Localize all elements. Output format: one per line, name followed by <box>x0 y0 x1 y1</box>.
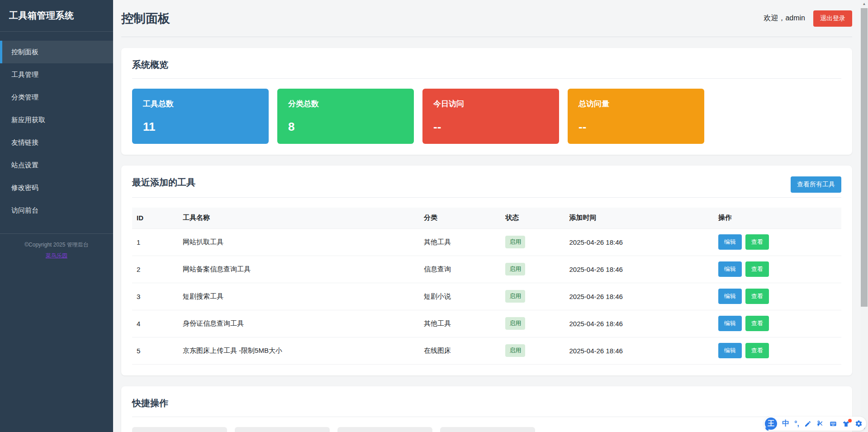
status-badge: 启用 <box>505 317 525 330</box>
cell-actions: 编辑查看 <box>714 283 841 310</box>
cell-category: 其他工具 <box>419 310 501 337</box>
cell-added-time: 2025-04-26 18:46 <box>564 256 713 283</box>
column-header: 分类 <box>419 208 501 228</box>
cell-tool-name: 网站备案信息查询工具 <box>178 256 419 283</box>
status-badge: 启用 <box>505 290 525 303</box>
stat-value: -- <box>579 120 693 134</box>
cell-status: 启用 <box>501 283 564 310</box>
column-header: ID <box>132 208 178 228</box>
vertical-scrollbar[interactable]: ▲ ▼ <box>860 0 868 432</box>
sidebar-item-控制面板[interactable]: 控制面板 <box>0 41 113 63</box>
table-row: 3短剧搜索工具短剧小说启用2025-04-26 18:46编辑查看 <box>132 283 841 310</box>
edit-button[interactable]: 编辑 <box>718 316 742 331</box>
cell-id: 3 <box>132 283 178 310</box>
sidebar-item-分类管理[interactable]: 分类管理 <box>0 86 113 109</box>
column-header: 添加时间 <box>564 208 713 228</box>
view-button[interactable]: 查看 <box>745 343 769 358</box>
copyright-text: ©Copyright 2025 管理后台 <box>4 241 109 249</box>
quick-action-item[interactable] <box>440 427 535 432</box>
cell-id: 5 <box>132 337 178 364</box>
stat-card: 总访问量-- <box>568 89 704 144</box>
stat-value: -- <box>433 120 548 134</box>
table-row: 1网站扒取工具其他工具启用2025-04-26 18:46编辑查看 <box>132 228 841 256</box>
edit-button[interactable]: 编辑 <box>718 234 742 250</box>
quick-action-item[interactable] <box>132 427 227 432</box>
overview-card: 系统概览 工具总数11分类总数8今日访问--总访问量-- <box>121 48 852 155</box>
stat-value: 11 <box>143 120 258 134</box>
view-button[interactable]: 查看 <box>745 261 769 277</box>
cell-status: 启用 <box>501 256 564 283</box>
scrollbar-thumb[interactable] <box>861 8 868 307</box>
ime-skin-icon[interactable] <box>842 420 850 427</box>
quick-actions-head: 快捷操作 <box>132 397 841 417</box>
cell-actions: 编辑查看 <box>714 228 841 256</box>
edit-button[interactable]: 编辑 <box>718 343 742 358</box>
stat-label: 今日访问 <box>433 99 548 109</box>
overview-card-head: 系统概览 <box>132 59 841 79</box>
ime-scissors-icon[interactable] <box>816 420 824 427</box>
stat-value: 8 <box>288 120 403 134</box>
cell-actions: 编辑查看 <box>714 310 841 337</box>
cell-added-time: 2025-04-26 18:46 <box>564 310 713 337</box>
column-header: 工具名称 <box>178 208 419 228</box>
edit-button[interactable]: 编辑 <box>718 289 742 304</box>
table-body: 1网站扒取工具其他工具启用2025-04-26 18:46编辑查看2网站备案信息… <box>132 228 841 364</box>
view-button[interactable]: 查看 <box>745 316 769 331</box>
quick-action-item[interactable] <box>337 427 432 432</box>
ime-logo-icon[interactable]: 王 <box>765 418 777 430</box>
quick-action-item[interactable] <box>235 427 330 432</box>
stat-label: 分类总数 <box>288 99 403 109</box>
quick-actions-card: 快捷操作 <box>121 386 852 432</box>
cell-status: 启用 <box>501 310 564 337</box>
cell-id: 4 <box>132 310 178 337</box>
sidebar-item-友情链接[interactable]: 友情链接 <box>0 131 113 154</box>
cell-tool-name: 短剧搜索工具 <box>178 283 419 310</box>
ime-pencil-icon[interactable] <box>804 420 811 427</box>
quick-actions-title: 快捷操作 <box>132 397 168 417</box>
sidebar-footer: ©Copyright 2025 管理后台 菜鸟乐园 <box>0 233 113 267</box>
status-badge: 启用 <box>505 344 525 357</box>
edit-button[interactable]: 编辑 <box>718 261 742 277</box>
ime-settings-icon[interactable] <box>855 420 863 427</box>
view-button[interactable]: 查看 <box>745 234 769 250</box>
cell-actions: 编辑查看 <box>714 337 841 364</box>
stat-label: 工具总数 <box>143 99 258 109</box>
recent-tools-card: 最近添加的工具 查看所有工具 ID工具名称分类状态添加时间操作 1网站扒取工具其… <box>121 166 852 375</box>
topbar-right: 欢迎，admin 退出登录 <box>764 10 852 27</box>
scroll-up-arrow-icon[interactable]: ▲ <box>860 0 868 8</box>
ime-keyboard-icon[interactable] <box>829 420 837 427</box>
app-root: 工具箱管理系统 控制面板工具管理分类管理新应用获取友情链接站点设置修改密码访问前… <box>0 0 868 432</box>
recent-tools-head: 最近添加的工具 查看所有工具 <box>132 176 841 198</box>
sidebar-item-修改密码[interactable]: 修改密码 <box>0 176 113 199</box>
status-badge: 启用 <box>505 236 525 248</box>
sidebar: 工具箱管理系统 控制面板工具管理分类管理新应用获取友情链接站点设置修改密码访问前… <box>0 0 113 432</box>
view-all-tools-button[interactable]: 查看所有工具 <box>791 176 841 193</box>
cell-status: 启用 <box>501 228 564 256</box>
status-badge: 启用 <box>505 263 525 275</box>
cell-category: 在线图床 <box>419 337 501 364</box>
column-header: 状态 <box>501 208 564 228</box>
sidebar-nav: 控制面板工具管理分类管理新应用获取友情链接站点设置修改密码访问前台 <box>0 32 113 222</box>
ime-language-mode-icon[interactable]: 中 <box>782 419 789 428</box>
table-row: 4身份证信息查询工具其他工具启用2025-04-26 18:46编辑查看 <box>132 310 841 337</box>
sidebar-item-站点设置[interactable]: 站点设置 <box>0 154 113 176</box>
table-row: 5京东图床上传工具 -限制5MB大小在线图床启用2025-04-26 18:46… <box>132 337 841 364</box>
footer-link[interactable]: 菜鸟乐园 <box>46 252 67 260</box>
ime-tools <box>804 420 863 427</box>
stat-card: 工具总数11 <box>132 89 269 144</box>
recent-tools-title: 最近添加的工具 <box>132 176 195 196</box>
cell-category: 短剧小说 <box>419 283 501 310</box>
main-content: 控制面板 欢迎，admin 退出登录 系统概览 工具总数11分类总数8今日访问-… <box>113 0 868 432</box>
sidebar-item-访问前台[interactable]: 访问前台 <box>0 199 113 222</box>
logout-button[interactable]: 退出登录 <box>813 10 852 27</box>
recent-tools-table: ID工具名称分类状态添加时间操作 1网站扒取工具其他工具启用2025-04-26… <box>132 208 841 365</box>
cell-category: 信息查询 <box>419 256 501 283</box>
table-header-row: ID工具名称分类状态添加时间操作 <box>132 208 841 228</box>
stats-grid: 工具总数11分类总数8今日访问--总访问量-- <box>132 89 841 144</box>
cell-status: 启用 <box>501 337 564 364</box>
sidebar-item-工具管理[interactable]: 工具管理 <box>0 63 113 86</box>
overview-title: 系统概览 <box>132 59 168 78</box>
view-button[interactable]: 查看 <box>745 289 769 304</box>
sidebar-item-新应用获取[interactable]: 新应用获取 <box>0 109 113 131</box>
ime-punctuation-icon[interactable]: °, <box>794 420 799 428</box>
